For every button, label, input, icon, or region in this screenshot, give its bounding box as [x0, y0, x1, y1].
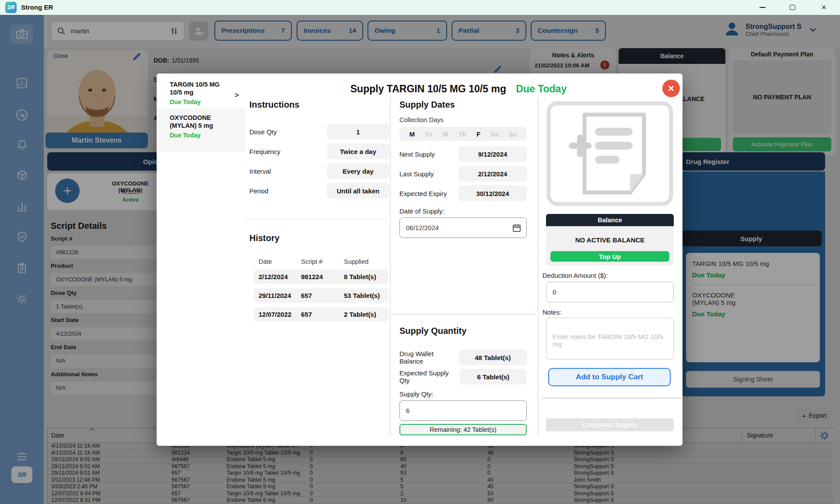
- collection-day[interactable]: M: [410, 130, 415, 138]
- collection-day[interactable]: Th: [458, 130, 466, 138]
- instruction-field: Frequency Twice a day: [249, 144, 389, 159]
- field-value: 6 Tablet(s): [460, 369, 527, 385]
- field-label: Expected Supply Qty: [399, 369, 460, 384]
- deduction-amount-value: 0: [553, 288, 556, 296]
- collection-day[interactable]: Sa: [490, 130, 498, 138]
- deduction-amount-label: Deduction Amount ($):: [542, 272, 676, 279]
- field-value: 1: [327, 124, 389, 140]
- field-label: Frequency: [249, 148, 280, 155]
- instruction-field: Period Until all taken: [249, 183, 389, 199]
- supply-date-field: Expected Expiry 30/12/2024: [399, 186, 527, 201]
- complete-supply-button[interactable]: Complete Supply: [546, 418, 674, 431]
- date-of-supply-value: 06/12/2024: [406, 224, 439, 231]
- close-modal-button[interactable]: ×: [662, 80, 680, 97]
- history-row: 2/12/20249812248 Tablet(s): [254, 270, 388, 284]
- modal-balance-status: NO ACTIVE BALANCE: [546, 226, 674, 244]
- field-value: 9/12/2024: [458, 146, 527, 162]
- history-header: Script #: [301, 258, 344, 265]
- collection-day[interactable]: W: [442, 130, 448, 138]
- app-title: Strong ER: [21, 4, 53, 11]
- field-value: Every day: [327, 163, 389, 179]
- modal-balance-title: Balance: [546, 214, 674, 226]
- field-value: Twice a day: [327, 144, 389, 159]
- supply-quantity-field: Expected Supply Qty 6 Tablet(s): [399, 369, 527, 385]
- instructions-section: Instructions Dose Qty 1 Frequency Twice …: [249, 100, 389, 322]
- modal-drug-list-item-selected[interactable]: TARGIN 10/5 MG 10/5 mg Due Today: [157, 79, 246, 107]
- app-logo-icon: SR: [5, 2, 17, 13]
- deduction-amount-input[interactable]: 0: [546, 282, 674, 302]
- date-of-supply-label: Date of Supply:: [399, 207, 527, 215]
- supply-date-field: Next Supply 9/12/2024: [399, 146, 527, 162]
- supply-modal: TARGIN 10/5 MG 10/5 mg Due Today > OXYCO…: [157, 74, 682, 446]
- collection-day[interactable]: Su: [508, 130, 517, 138]
- field-label: Next Supply: [399, 150, 435, 158]
- document-illustration-icon: [546, 101, 676, 208]
- supply-qty-label: Supply Qty:: [399, 390, 527, 398]
- collection-day[interactable]: F: [476, 130, 480, 138]
- history-title: History: [249, 233, 389, 243]
- modal-title-status: Due Today: [516, 83, 567, 94]
- add-to-supply-cart-button[interactable]: Add to Supply Cart: [548, 368, 671, 386]
- supply-qty-input[interactable]: 6: [399, 400, 527, 421]
- field-label: Interval: [249, 168, 271, 175]
- field-value: Until all taken: [327, 183, 389, 199]
- title-bar: SR Strong ER ×: [0, 0, 840, 15]
- supply-dates-section: Supply Dates Collection Days MTuWThFSaSu…: [399, 100, 527, 238]
- notes-label: Notes:: [542, 308, 676, 316]
- field-label: Dose Qty: [249, 128, 277, 136]
- close-window-button[interactable]: ×: [817, 3, 830, 12]
- collection-days-label: Collection Days: [399, 116, 527, 123]
- modal-drug-list-item[interactable]: OXYCODONE (MYLAN) 5 mg Due Today: [157, 108, 246, 151]
- supply-quantity-field: Drug Wallet Balance 48 Tablet(s): [399, 350, 527, 365]
- field-value: 30/12/2024: [458, 186, 527, 201]
- instruction-field: Interval Every day: [249, 163, 389, 179]
- history-row: 12/07/20226572 Tablet(s): [254, 307, 388, 322]
- modal-title: Supply TARGIN 10/5 MG 10/5 mg: [350, 83, 506, 94]
- field-label: Last Supply: [399, 170, 434, 178]
- modal-drug-name: OXYCODONE (MYLAN) 5 mg: [170, 114, 224, 130]
- supply-quantity-title: Supply Quantity: [399, 326, 527, 336]
- calendar-icon[interactable]: [512, 224, 521, 234]
- notes-textarea[interactable]: Enter notes for TARGIN 10/5 MG 10/5 mg: [546, 318, 674, 360]
- field-label: Expected Expiry: [399, 190, 447, 197]
- modal-balance-card: Balance NO ACTIVE BALANCE Top Up: [546, 214, 674, 266]
- date-of-supply-input[interactable]: 06/12/2024: [399, 217, 527, 238]
- supply-qty-value: 6: [406, 407, 410, 414]
- supply-dates-title: Supply Dates: [399, 100, 527, 110]
- history-row: 29/11/202465753 Tablet(s): [254, 288, 388, 303]
- field-label: Period: [249, 187, 268, 195]
- modal-drug-status: Due Today: [170, 132, 242, 139]
- modal-drug-name: TARGIN 10/5 MG 10/5 mg: [170, 80, 224, 96]
- history-header: Supplied: [344, 258, 368, 265]
- minimize-button[interactable]: [756, 3, 769, 12]
- modal-title-row: Supply TARGIN 10/5 MG 10/5 mg Due Today: [262, 83, 655, 95]
- instruction-field: Dose Qty 1: [249, 124, 389, 140]
- field-value: 2/12/2024: [458, 166, 527, 182]
- modal-drug-status: Due Today: [170, 98, 242, 105]
- field-value: 48 Tablet(s): [459, 350, 527, 365]
- modal-right-section: Balance NO ACTIVE BALANCE Top Up Deducti…: [542, 101, 676, 431]
- supply-quantity-section: Supply Quantity Drug Wallet Balance 48 T…: [399, 326, 527, 435]
- collection-day[interactable]: Tu: [425, 130, 432, 138]
- history-header-row: Date Script # Supplied: [259, 258, 389, 265]
- instructions-title: Instructions: [249, 100, 389, 110]
- maximize-button[interactable]: [786, 3, 799, 12]
- collection-days-bar: MTuWThFSaSu: [399, 127, 527, 141]
- history-header: Date: [259, 258, 301, 265]
- remaining-badge: Remaining: 42 Tablet(s): [399, 424, 527, 435]
- chevron-right-icon: >: [234, 91, 239, 100]
- field-label: Drug Wallet Balance: [399, 350, 459, 365]
- top-up-button[interactable]: Top Up: [550, 251, 669, 262]
- app-window: SR Strong ER × R: [0, 0, 840, 504]
- supply-date-field: Last Supply 2/12/2024: [399, 166, 527, 182]
